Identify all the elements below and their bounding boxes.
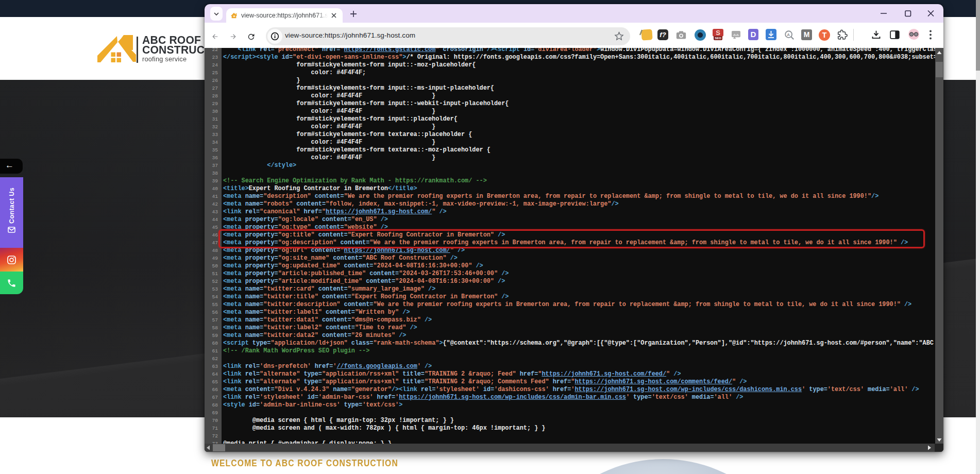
svg-text:A: A [787, 32, 790, 37]
